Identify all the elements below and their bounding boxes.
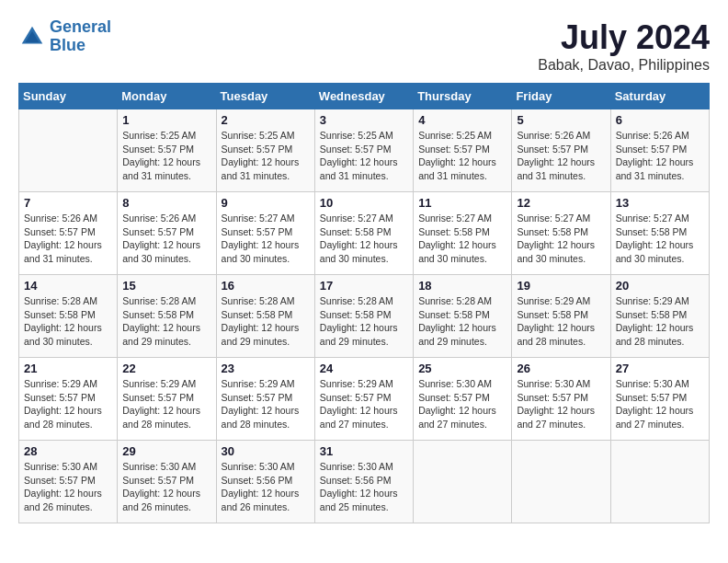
title-block: July 2024 Babak, Davao, Philippines: [538, 18, 710, 74]
day-number: 6: [616, 113, 704, 127]
calendar-cell: 6Sunrise: 5:26 AMSunset: 5:57 PMDaylight…: [610, 109, 709, 192]
calendar-cell: 5Sunrise: 5:26 AMSunset: 5:57 PMDaylight…: [512, 109, 610, 192]
header-saturday: Saturday: [610, 84, 709, 109]
day-info: Sunrise: 5:29 AMSunset: 5:57 PMDaylight:…: [222, 377, 310, 431]
calendar-cell: 3Sunrise: 5:25 AMSunset: 5:57 PMDaylight…: [314, 109, 413, 192]
day-info: Sunrise: 5:30 AMSunset: 5:56 PMDaylight:…: [320, 460, 408, 514]
day-number: 10: [320, 196, 408, 210]
calendar-cell: 13Sunrise: 5:27 AMSunset: 5:58 PMDayligh…: [610, 192, 709, 275]
day-info: Sunrise: 5:27 AMSunset: 5:58 PMDaylight:…: [320, 212, 408, 266]
calendar-cell: 30Sunrise: 5:30 AMSunset: 5:56 PMDayligh…: [216, 441, 314, 523]
day-info: Sunrise: 5:29 AMSunset: 5:57 PMDaylight:…: [122, 377, 210, 431]
month-title: July 2024: [538, 18, 710, 57]
day-number: 30: [222, 444, 310, 458]
day-number: 28: [24, 444, 112, 458]
day-number: 27: [616, 362, 704, 375]
calendar-cell: 31Sunrise: 5:30 AMSunset: 5:56 PMDayligh…: [314, 441, 413, 523]
logo-icon: [18, 23, 46, 51]
day-number: 19: [517, 279, 605, 293]
calendar-cell: [414, 441, 512, 523]
calendar-cell: 24Sunrise: 5:29 AMSunset: 5:57 PMDayligh…: [314, 358, 413, 441]
day-number: 17: [320, 279, 408, 293]
calendar-cell: 28Sunrise: 5:30 AMSunset: 5:57 PMDayligh…: [19, 441, 118, 523]
day-info: Sunrise: 5:25 AMSunset: 5:57 PMDaylight:…: [418, 129, 506, 183]
calendar-cell: [512, 441, 610, 523]
calendar-cell: 16Sunrise: 5:28 AMSunset: 5:58 PMDayligh…: [216, 275, 314, 358]
calendar-cell: 12Sunrise: 5:27 AMSunset: 5:58 PMDayligh…: [512, 192, 610, 275]
calendar-cell: [610, 441, 709, 523]
day-number: 4: [418, 113, 506, 127]
calendar-cell: 29Sunrise: 5:30 AMSunset: 5:57 PMDayligh…: [118, 441, 216, 523]
day-info: Sunrise: 5:27 AMSunset: 5:57 PMDaylight:…: [222, 212, 310, 266]
day-number: 15: [122, 279, 210, 293]
day-number: 13: [616, 196, 704, 210]
day-number: 16: [222, 279, 310, 293]
day-number: 2: [222, 113, 310, 127]
day-info: Sunrise: 5:28 AMSunset: 5:58 PMDaylight:…: [122, 294, 210, 349]
calendar-week-3: 14Sunrise: 5:28 AMSunset: 5:58 PMDayligh…: [19, 275, 710, 358]
day-number: 1: [122, 113, 210, 127]
day-number: 8: [122, 196, 210, 210]
day-info: Sunrise: 5:30 AMSunset: 5:57 PMDaylight:…: [418, 377, 506, 431]
day-info: Sunrise: 5:27 AMSunset: 5:58 PMDaylight:…: [517, 212, 605, 266]
header-friday: Friday: [512, 84, 610, 109]
calendar-cell: 19Sunrise: 5:29 AMSunset: 5:58 PMDayligh…: [512, 275, 610, 358]
day-info: Sunrise: 5:27 AMSunset: 5:58 PMDaylight:…: [616, 212, 704, 266]
calendar-cell: 9Sunrise: 5:27 AMSunset: 5:57 PMDaylight…: [216, 192, 314, 275]
calendar-cell: 4Sunrise: 5:25 AMSunset: 5:57 PMDaylight…: [414, 109, 512, 192]
calendar-cell: 20Sunrise: 5:29 AMSunset: 5:58 PMDayligh…: [610, 275, 709, 358]
calendar-cell: 22Sunrise: 5:29 AMSunset: 5:57 PMDayligh…: [118, 358, 216, 441]
calendar-cell: 8Sunrise: 5:26 AMSunset: 5:57 PMDaylight…: [118, 192, 216, 275]
day-info: Sunrise: 5:26 AMSunset: 5:57 PMDaylight:…: [24, 212, 112, 266]
day-info: Sunrise: 5:26 AMSunset: 5:57 PMDaylight:…: [517, 129, 605, 183]
day-info: Sunrise: 5:29 AMSunset: 5:57 PMDaylight:…: [320, 377, 408, 431]
day-number: 26: [517, 362, 605, 375]
day-info: Sunrise: 5:25 AMSunset: 5:57 PMDaylight:…: [320, 129, 408, 183]
logo: General Blue: [18, 18, 111, 55]
calendar-week-5: 28Sunrise: 5:30 AMSunset: 5:57 PMDayligh…: [19, 441, 710, 523]
header-wednesday: Wednesday: [314, 84, 413, 109]
day-info: Sunrise: 5:29 AMSunset: 5:58 PMDaylight:…: [517, 294, 605, 349]
location-title: Babak, Davao, Philippines: [538, 57, 710, 74]
day-number: 23: [222, 362, 310, 375]
day-number: 5: [517, 113, 605, 127]
day-number: 24: [320, 362, 408, 375]
calendar-cell: 2Sunrise: 5:25 AMSunset: 5:57 PMDaylight…: [216, 109, 314, 192]
calendar-cell: 14Sunrise: 5:28 AMSunset: 5:58 PMDayligh…: [19, 275, 118, 358]
day-info: Sunrise: 5:29 AMSunset: 5:57 PMDaylight:…: [24, 377, 112, 431]
calendar-week-2: 7Sunrise: 5:26 AMSunset: 5:57 PMDaylight…: [19, 192, 710, 275]
day-number: 12: [517, 196, 605, 210]
day-info: Sunrise: 5:30 AMSunset: 5:57 PMDaylight:…: [122, 460, 210, 514]
day-number: 11: [418, 196, 506, 210]
calendar-cell: 1Sunrise: 5:25 AMSunset: 5:57 PMDaylight…: [118, 109, 216, 192]
day-info: Sunrise: 5:29 AMSunset: 5:58 PMDaylight:…: [616, 294, 704, 349]
header-sunday: Sunday: [19, 84, 118, 109]
day-info: Sunrise: 5:26 AMSunset: 5:57 PMDaylight:…: [122, 212, 210, 266]
day-info: Sunrise: 5:26 AMSunset: 5:57 PMDaylight:…: [616, 129, 704, 183]
day-info: Sunrise: 5:28 AMSunset: 5:58 PMDaylight:…: [24, 294, 112, 349]
calendar-cell: 10Sunrise: 5:27 AMSunset: 5:58 PMDayligh…: [314, 192, 413, 275]
day-info: Sunrise: 5:30 AMSunset: 5:57 PMDaylight:…: [517, 377, 605, 431]
calendar-cell: 7Sunrise: 5:26 AMSunset: 5:57 PMDaylight…: [19, 192, 118, 275]
page-header: General Blue July 2024 Babak, Davao, Phi…: [18, 18, 710, 74]
calendar-cell: 21Sunrise: 5:29 AMSunset: 5:57 PMDayligh…: [19, 358, 118, 441]
logo-text: General Blue: [50, 18, 111, 55]
header-tuesday: Tuesday: [216, 84, 314, 109]
calendar-cell: 25Sunrise: 5:30 AMSunset: 5:57 PMDayligh…: [414, 358, 512, 441]
day-info: Sunrise: 5:30 AMSunset: 5:57 PMDaylight:…: [24, 460, 112, 514]
day-number: 25: [418, 362, 506, 375]
day-info: Sunrise: 5:30 AMSunset: 5:56 PMDaylight:…: [222, 460, 310, 514]
day-number: 21: [24, 362, 112, 375]
day-number: 31: [320, 444, 408, 458]
calendar-cell: 26Sunrise: 5:30 AMSunset: 5:57 PMDayligh…: [512, 358, 610, 441]
day-info: Sunrise: 5:27 AMSunset: 5:58 PMDaylight:…: [418, 212, 506, 266]
day-number: 18: [418, 279, 506, 293]
day-number: 9: [222, 196, 310, 210]
day-number: 3: [320, 113, 408, 127]
calendar-cell: 18Sunrise: 5:28 AMSunset: 5:58 PMDayligh…: [414, 275, 512, 358]
day-number: 14: [24, 279, 112, 293]
day-info: Sunrise: 5:30 AMSunset: 5:57 PMDaylight:…: [616, 377, 704, 431]
calendar-cell: 15Sunrise: 5:28 AMSunset: 5:58 PMDayligh…: [118, 275, 216, 358]
day-info: Sunrise: 5:25 AMSunset: 5:57 PMDaylight:…: [222, 129, 310, 183]
day-number: 20: [616, 279, 704, 293]
